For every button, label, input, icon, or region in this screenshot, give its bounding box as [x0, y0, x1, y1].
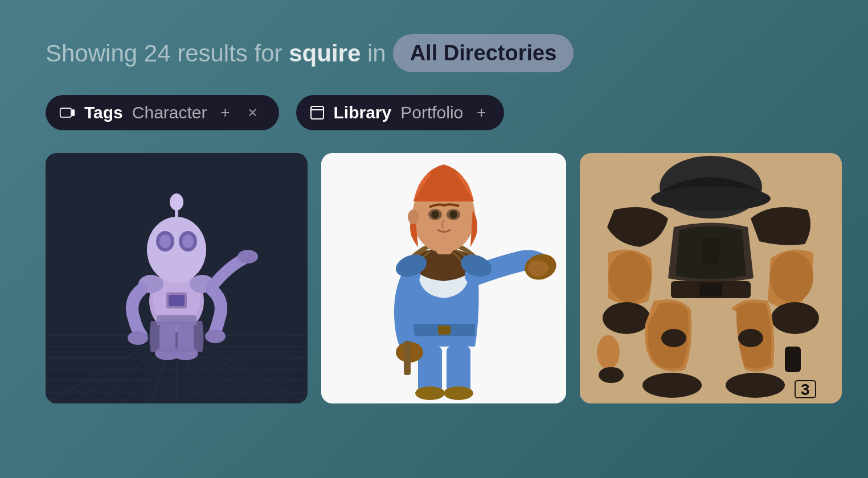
- add-library-filter-button[interactable]: +: [472, 104, 490, 122]
- svg-point-73: [642, 373, 702, 398]
- character-filter-label[interactable]: Character: [132, 103, 207, 122]
- card-1-illustration: [46, 153, 308, 403]
- result-card-1[interactable]: [46, 153, 308, 403]
- svg-rect-68: [699, 283, 722, 296]
- svg-rect-2: [311, 106, 324, 119]
- svg-point-38: [182, 234, 194, 248]
- result-card-2[interactable]: [321, 153, 566, 403]
- svg-point-49: [444, 386, 473, 400]
- filters-row: Tags Character + × Library Portfolio +: [46, 95, 822, 130]
- svg-point-61: [408, 209, 419, 224]
- svg-point-79: [738, 329, 763, 347]
- tags-label[interactable]: Tags: [84, 103, 123, 122]
- results-header: Showing 24 results for squire in All Dir…: [46, 34, 822, 72]
- svg-rect-51: [438, 325, 451, 335]
- close-filter-button[interactable]: ×: [244, 104, 262, 122]
- library-svg-icon: [310, 105, 325, 120]
- card-1-scene: [46, 153, 308, 403]
- all-directories-badge[interactable]: All Directories: [393, 34, 574, 72]
- card-3-illustration: 3: [580, 153, 842, 403]
- page-container: Showing 24 results for squire in All Dir…: [0, 0, 868, 478]
- svg-point-32: [238, 250, 258, 263]
- result-card-3[interactable]: 3: [580, 153, 842, 403]
- card-3-scene: 3: [580, 153, 842, 403]
- svg-text:3: 3: [801, 381, 810, 398]
- svg-point-60: [449, 211, 457, 219]
- tags-filter-group: Tags Character + ×: [46, 95, 279, 130]
- search-keyword: squire: [289, 40, 361, 67]
- svg-point-31: [205, 329, 226, 343]
- library-filter-group: Library Portfolio +: [296, 95, 505, 130]
- svg-point-70: [770, 252, 813, 303]
- svg-point-66: [651, 186, 771, 211]
- svg-rect-27: [169, 295, 185, 306]
- svg-point-40: [170, 193, 183, 211]
- svg-rect-1: [72, 110, 75, 116]
- card-2-illustration: [321, 153, 566, 403]
- svg-point-74: [726, 373, 785, 398]
- svg-rect-80: [702, 238, 719, 264]
- svg-point-76: [597, 335, 620, 369]
- results-grid: 3: [46, 153, 822, 403]
- svg-point-30: [128, 331, 148, 345]
- tag-icon: [59, 106, 75, 119]
- svg-point-72: [771, 302, 819, 334]
- results-text: Showing 24 results for squire in: [46, 40, 386, 67]
- card-2-scene: [321, 153, 566, 403]
- svg-point-78: [661, 329, 686, 347]
- svg-rect-47: [447, 347, 470, 392]
- tag-svg-icon: [59, 106, 75, 119]
- svg-point-71: [603, 302, 650, 334]
- svg-point-77: [599, 367, 624, 383]
- svg-rect-75: [785, 347, 801, 372]
- svg-rect-54: [404, 341, 411, 375]
- svg-point-48: [415, 386, 445, 400]
- svg-rect-0: [60, 108, 71, 117]
- library-icon: [310, 105, 325, 120]
- add-filter-button[interactable]: +: [216, 104, 235, 122]
- svg-point-59: [431, 211, 439, 219]
- svg-point-34: [147, 217, 206, 283]
- portfolio-filter-label[interactable]: Portfolio: [400, 103, 463, 122]
- library-label[interactable]: Library: [334, 103, 392, 122]
- svg-point-69: [608, 252, 652, 303]
- svg-point-37: [159, 234, 171, 248]
